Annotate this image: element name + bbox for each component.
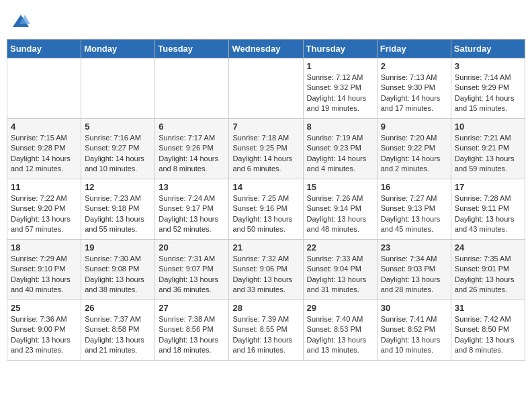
day-number: 9	[381, 122, 447, 132]
day-number: 28	[232, 303, 299, 313]
day-info: Sunrise: 7:16 AM Sunset: 9:27 PM Dayligh…	[85, 133, 151, 175]
weekday-header-thursday: Thursday	[303, 40, 377, 58]
day-number: 16	[381, 182, 447, 192]
calendar-cell: 17Sunrise: 7:28 AM Sunset: 9:11 PM Dayli…	[451, 179, 525, 240]
day-info: Sunrise: 7:19 AM Sunset: 9:23 PM Dayligh…	[307, 133, 373, 175]
calendar-cell: 6Sunrise: 7:17 AM Sunset: 9:26 PM Daylig…	[155, 119, 229, 179]
day-number: 15	[307, 182, 373, 192]
day-info: Sunrise: 7:38 AM Sunset: 8:56 PM Dayligh…	[159, 314, 225, 356]
weekday-header-sunday: Sunday	[7, 40, 81, 58]
week-row-3: 11Sunrise: 7:22 AM Sunset: 9:20 PM Dayli…	[7, 179, 525, 240]
calendar-cell: 7Sunrise: 7:18 AM Sunset: 9:25 PM Daylig…	[229, 119, 303, 179]
day-number: 21	[232, 242, 299, 253]
day-number: 5	[85, 122, 151, 132]
day-info: Sunrise: 7:23 AM Sunset: 9:18 PM Dayligh…	[85, 193, 151, 235]
day-number: 13	[159, 182, 225, 192]
calendar-cell: 30Sunrise: 7:41 AM Sunset: 8:52 PM Dayli…	[377, 300, 451, 361]
week-row-2: 4Sunrise: 7:15 AM Sunset: 9:28 PM Daylig…	[7, 119, 525, 179]
calendar-cell: 5Sunrise: 7:16 AM Sunset: 9:27 PM Daylig…	[81, 119, 155, 179]
calendar-cell: 11Sunrise: 7:22 AM Sunset: 9:20 PM Dayli…	[7, 179, 81, 240]
day-number: 19	[85, 242, 151, 253]
day-info: Sunrise: 7:39 AM Sunset: 8:55 PM Dayligh…	[232, 314, 299, 356]
calendar-cell: 22Sunrise: 7:33 AM Sunset: 9:04 PM Dayli…	[303, 240, 377, 300]
calendar-cell: 29Sunrise: 7:40 AM Sunset: 8:53 PM Dayli…	[303, 300, 377, 361]
day-number: 23	[381, 242, 447, 253]
day-info: Sunrise: 7:29 AM Sunset: 9:10 PM Dayligh…	[11, 254, 77, 295]
calendar-table: SundayMondayTuesdayWednesdayThursdayFrid…	[7, 39, 525, 361]
day-number: 27	[159, 303, 225, 313]
calendar-cell: 8Sunrise: 7:19 AM Sunset: 9:23 PM Daylig…	[303, 119, 377, 179]
day-number: 17	[455, 182, 521, 192]
calendar-cell: 18Sunrise: 7:29 AM Sunset: 9:10 PM Dayli…	[7, 240, 81, 300]
day-number: 4	[11, 122, 77, 132]
day-number: 24	[455, 242, 521, 253]
calendar-cell: 26Sunrise: 7:37 AM Sunset: 8:58 PM Dayli…	[81, 300, 155, 361]
day-info: Sunrise: 7:20 AM Sunset: 9:22 PM Dayligh…	[381, 133, 447, 175]
header	[7, 7, 525, 34]
day-number: 2	[381, 61, 447, 71]
header-row: SundayMondayTuesdayWednesdayThursdayFrid…	[7, 40, 525, 58]
day-number: 25	[11, 303, 77, 313]
day-number: 18	[11, 242, 77, 253]
day-info: Sunrise: 7:15 AM Sunset: 9:28 PM Dayligh…	[11, 133, 77, 175]
day-info: Sunrise: 7:24 AM Sunset: 9:17 PM Dayligh…	[159, 193, 225, 235]
day-info: Sunrise: 7:33 AM Sunset: 9:04 PM Dayligh…	[307, 254, 373, 295]
day-info: Sunrise: 7:40 AM Sunset: 8:53 PM Dayligh…	[307, 314, 373, 356]
calendar-cell: 13Sunrise: 7:24 AM Sunset: 9:17 PM Dayli…	[155, 179, 229, 240]
weekday-header-monday: Monday	[81, 40, 155, 58]
calendar-cell	[81, 58, 155, 119]
day-number: 6	[159, 122, 225, 132]
week-row-5: 25Sunrise: 7:36 AM Sunset: 9:00 PM Dayli…	[7, 300, 525, 361]
calendar-cell: 10Sunrise: 7:21 AM Sunset: 9:21 PM Dayli…	[451, 119, 525, 179]
day-number: 11	[11, 182, 77, 192]
calendar-cell	[155, 58, 229, 119]
calendar-cell: 3Sunrise: 7:14 AM Sunset: 9:29 PM Daylig…	[451, 58, 525, 119]
calendar-cell: 25Sunrise: 7:36 AM Sunset: 9:00 PM Dayli…	[7, 300, 81, 361]
calendar-cell	[229, 58, 303, 119]
day-number: 30	[381, 303, 447, 313]
calendar-cell	[7, 58, 81, 119]
calendar-cell: 24Sunrise: 7:35 AM Sunset: 9:01 PM Dayli…	[451, 240, 525, 300]
calendar-cell: 2Sunrise: 7:13 AM Sunset: 9:30 PM Daylig…	[377, 58, 451, 119]
day-info: Sunrise: 7:28 AM Sunset: 9:11 PM Dayligh…	[455, 193, 521, 235]
day-number: 29	[307, 303, 373, 313]
calendar-cell: 20Sunrise: 7:31 AM Sunset: 9:07 PM Dayli…	[155, 240, 229, 300]
calendar-cell: 21Sunrise: 7:32 AM Sunset: 9:06 PM Dayli…	[229, 240, 303, 300]
day-info: Sunrise: 7:22 AM Sunset: 9:20 PM Dayligh…	[11, 193, 77, 235]
day-info: Sunrise: 7:21 AM Sunset: 9:21 PM Dayligh…	[455, 133, 521, 175]
day-info: Sunrise: 7:41 AM Sunset: 8:52 PM Dayligh…	[381, 314, 447, 356]
week-row-1: 1Sunrise: 7:12 AM Sunset: 9:32 PM Daylig…	[7, 58, 525, 119]
day-info: Sunrise: 7:31 AM Sunset: 9:07 PM Dayligh…	[159, 254, 225, 295]
day-info: Sunrise: 7:42 AM Sunset: 8:50 PM Dayligh…	[455, 314, 521, 356]
day-number: 22	[307, 242, 373, 253]
calendar-cell: 9Sunrise: 7:20 AM Sunset: 9:22 PM Daylig…	[377, 119, 451, 179]
day-number: 31	[455, 303, 521, 313]
day-info: Sunrise: 7:35 AM Sunset: 9:01 PM Dayligh…	[455, 254, 521, 295]
weekday-header-wednesday: Wednesday	[229, 40, 303, 58]
calendar-cell: 1Sunrise: 7:12 AM Sunset: 9:32 PM Daylig…	[303, 58, 377, 119]
calendar-cell: 15Sunrise: 7:26 AM Sunset: 9:14 PM Dayli…	[303, 179, 377, 240]
day-info: Sunrise: 7:18 AM Sunset: 9:25 PM Dayligh…	[232, 133, 299, 175]
day-info: Sunrise: 7:14 AM Sunset: 9:29 PM Dayligh…	[455, 73, 521, 114]
weekday-header-saturday: Saturday	[451, 40, 525, 58]
logo-icon	[11, 12, 30, 31]
calendar-cell: 4Sunrise: 7:15 AM Sunset: 9:28 PM Daylig…	[7, 119, 81, 179]
weekday-header-friday: Friday	[377, 40, 451, 58]
day-number: 20	[159, 242, 225, 253]
calendar-cell: 31Sunrise: 7:42 AM Sunset: 8:50 PM Dayli…	[451, 300, 525, 361]
calendar-cell: 14Sunrise: 7:25 AM Sunset: 9:16 PM Dayli…	[229, 179, 303, 240]
day-number: 1	[307, 61, 373, 71]
day-info: Sunrise: 7:27 AM Sunset: 9:13 PM Dayligh…	[381, 193, 447, 235]
logo	[9, 12, 30, 31]
day-info: Sunrise: 7:13 AM Sunset: 9:30 PM Dayligh…	[381, 73, 447, 114]
calendar-cell: 28Sunrise: 7:39 AM Sunset: 8:55 PM Dayli…	[229, 300, 303, 361]
day-info: Sunrise: 7:37 AM Sunset: 8:58 PM Dayligh…	[85, 314, 151, 356]
day-info: Sunrise: 7:34 AM Sunset: 9:03 PM Dayligh…	[381, 254, 447, 295]
day-info: Sunrise: 7:30 AM Sunset: 9:08 PM Dayligh…	[85, 254, 151, 295]
day-number: 12	[85, 182, 151, 192]
day-number: 10	[455, 122, 521, 132]
day-number: 3	[455, 61, 521, 71]
day-info: Sunrise: 7:25 AM Sunset: 9:16 PM Dayligh…	[232, 193, 299, 235]
day-number: 26	[85, 303, 151, 313]
day-info: Sunrise: 7:26 AM Sunset: 9:14 PM Dayligh…	[307, 193, 373, 235]
